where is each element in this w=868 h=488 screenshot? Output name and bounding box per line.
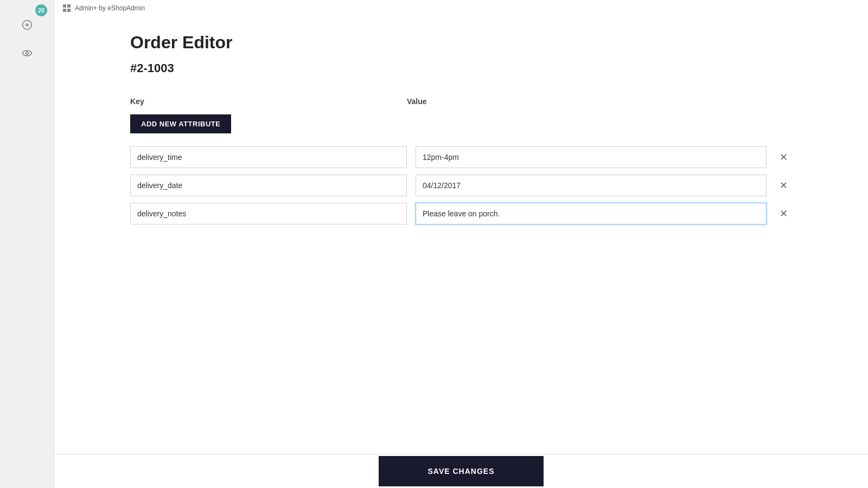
content-area: Order Editor #2-1003 Key Value ADD NEW A…	[54, 16, 868, 488]
main-content: Admin+ by eShopAdmin Order Editor #2-100…	[54, 0, 868, 488]
table-row: ✕	[130, 203, 792, 224]
breadcrumb-label: Admin+ by eShopAdmin	[75, 4, 145, 12]
svg-point-4	[25, 52, 28, 55]
delete-row-2-button[interactable]: ✕	[775, 178, 792, 192]
notification-badge: 20	[35, 4, 47, 16]
save-changes-button[interactable]: SAVE CHANGES	[379, 456, 544, 486]
attribute-table: Key Value ADD NEW ATTRIBUTE ✕ ✕ ✕	[130, 97, 792, 224]
delete-row-1-button[interactable]: ✕	[775, 150, 792, 164]
order-number: #2-1003	[130, 61, 792, 75]
sidebar: 20	[0, 0, 54, 488]
value-column-header: Value	[407, 97, 792, 106]
add-attribute-button[interactable]: ADD NEW ATTRIBUTE	[130, 114, 231, 133]
key-input-3[interactable]	[130, 203, 407, 224]
key-input-1[interactable]	[130, 146, 407, 168]
plus-icon[interactable]	[18, 16, 36, 34]
table-row: ✕	[130, 146, 792, 168]
delete-row-3-button[interactable]: ✕	[775, 207, 792, 221]
table-row: ✕	[130, 175, 792, 196]
footer: SAVE CHANGES	[54, 454, 868, 488]
value-input-2[interactable]	[416, 175, 767, 196]
key-input-2[interactable]	[130, 175, 407, 196]
key-column-header: Key	[130, 97, 407, 106]
table-header: Key Value	[130, 97, 792, 106]
eye-icon[interactable]	[18, 44, 36, 62]
page-title: Order Editor	[130, 33, 792, 53]
value-input-1[interactable]	[416, 146, 767, 168]
value-input-3[interactable]	[416, 203, 767, 224]
breadcrumb: Admin+ by eShopAdmin	[54, 0, 868, 16]
svg-point-3	[22, 50, 31, 56]
grid-icon	[63, 4, 71, 12]
